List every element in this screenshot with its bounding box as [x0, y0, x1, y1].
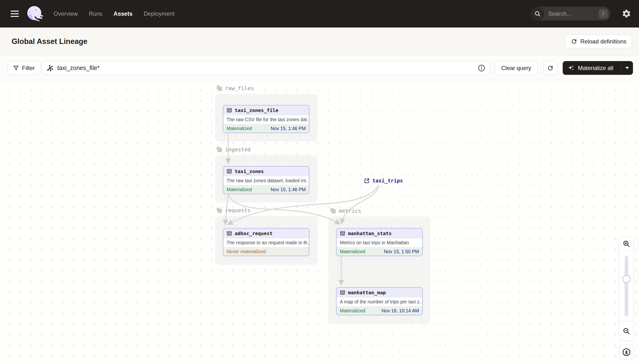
nav-item-overview[interactable]: Overview — [54, 10, 78, 17]
asset-group-icon — [216, 207, 222, 214]
settings-gear-icon[interactable] — [621, 9, 631, 18]
zoom-in-button[interactable] — [619, 237, 634, 251]
filter-funnel-icon — [13, 65, 19, 71]
asset-description: The response to an request made in th... — [223, 238, 309, 247]
asset-group-icon — [216, 146, 222, 153]
refresh-graph-button[interactable] — [543, 61, 557, 75]
asset-name: adhoc_request — [235, 230, 273, 236]
page-header: Global Asset Lineage Reload definitions — [0, 28, 639, 56]
filter-label: Filter — [22, 65, 35, 72]
search-shortcut-badge: / — [599, 9, 608, 18]
group-label-raw-files[interactable]: raw_files — [216, 85, 254, 92]
download-icon — [622, 348, 631, 357]
external-link-icon — [364, 178, 370, 184]
asset-selection-query[interactable] — [57, 64, 477, 72]
zoom-out-button[interactable] — [619, 321, 634, 340]
nav-item-runs[interactable]: Runs — [89, 10, 102, 17]
asset-node-taxi-zones-file[interactable]: taxi_zones_file The raw CSV file for the… — [223, 105, 309, 133]
group-label-metrics[interactable]: metrics — [330, 208, 361, 214]
asset-node-manhattan-stats[interactable]: manhattan_stats Metrics on taxi trips in… — [336, 228, 423, 256]
status-badge: Materialized — [340, 308, 365, 314]
group-label-ingested[interactable]: ingested — [216, 146, 251, 153]
table-icon — [227, 108, 232, 113]
status-badge: Never materialized — [227, 249, 266, 254]
global-search[interactable]: / — [530, 7, 610, 20]
query-info-icon[interactable] — [477, 64, 486, 72]
table-icon — [340, 290, 345, 295]
zoom-in-icon — [622, 240, 630, 248]
primary-nav: Overview Runs Assets Deployment — [54, 10, 175, 17]
hamburger-menu-icon[interactable] — [11, 10, 19, 17]
materialization-timestamp: Nov 15, 1:46 PM — [271, 187, 306, 192]
lineage-toolbar: Filter — [0, 56, 639, 80]
materialize-dropdown-toggle[interactable] — [621, 61, 633, 75]
asset-description: A map of the number of trips per taxi z.… — [337, 298, 422, 306]
asset-node-manhattan-map[interactable]: manhattan_map A map of the number of tri… — [336, 287, 423, 315]
search-icon — [530, 7, 544, 20]
dagster-logo[interactable] — [26, 5, 44, 23]
refresh-icon — [571, 38, 577, 45]
zoom-control — [619, 237, 634, 341]
asset-node-adhoc-request[interactable]: adhoc_request The response to an request… — [223, 228, 309, 256]
zoom-slider[interactable] — [619, 251, 634, 321]
refresh-icon — [547, 65, 554, 72]
lineage-canvas[interactable]: raw_files ingested requests metrics — [0, 80, 639, 364]
external-asset-taxi-trips[interactable]: taxi_trips — [364, 178, 403, 184]
zoom-slider-track — [625, 256, 628, 316]
zoom-slider-handle[interactable] — [622, 275, 630, 283]
asset-node-taxi-zones[interactable]: taxi_zones The raw taxi zones dataset, l… — [223, 166, 309, 194]
clear-query-label: Clear query — [501, 65, 531, 72]
materialization-timestamp: Nov 15, 1:46 PM — [271, 126, 306, 131]
top-navigation-bar: Overview Runs Assets Deployment / — [0, 0, 639, 28]
asset-name: taxi_zones — [235, 168, 264, 174]
asset-group-icon — [330, 208, 336, 214]
asset-description: Metrics on taxi trips in Manhattan — [337, 238, 422, 247]
status-badge: Materialized — [340, 249, 365, 254]
materialize-all-button[interactable]: Materialize all — [563, 61, 633, 75]
asset-description: The raw taxi zones dataset, loaded int..… — [223, 176, 309, 185]
group-name: raw_files — [225, 85, 254, 91]
asset-description: The raw CSV file for the taxi zones dat.… — [223, 115, 309, 124]
asset-selection-input[interactable] — [42, 61, 490, 75]
zoom-out-icon — [622, 327, 630, 335]
lineage-edges — [0, 80, 639, 364]
asset-name: taxi_zones_file — [235, 108, 278, 113]
group-name: ingested — [225, 146, 251, 152]
table-icon — [340, 230, 345, 236]
materialize-all-label: Materialize all — [578, 65, 613, 72]
clear-query-button[interactable]: Clear query — [495, 61, 537, 75]
group-name: metrics — [339, 208, 361, 214]
asset-name: manhattan_stats — [348, 230, 392, 236]
page-title: Global Asset Lineage — [12, 37, 88, 46]
status-badge: Materialized — [227, 126, 252, 131]
table-icon — [227, 168, 232, 174]
sparkles-icon — [567, 64, 575, 72]
search-input[interactable] — [548, 10, 589, 18]
external-asset-name: taxi_trips — [372, 178, 403, 184]
status-badge: Materialized — [227, 187, 252, 192]
reload-definitions-label: Reload definitions — [580, 38, 626, 45]
materialization-timestamp: Nov 15, 1:50 PM — [384, 249, 419, 254]
table-icon — [227, 230, 232, 236]
chevron-down-icon — [625, 67, 629, 69]
nav-item-assets[interactable]: Assets — [114, 10, 133, 17]
download-graph-button[interactable] — [619, 345, 634, 360]
nav-item-deployment[interactable]: Deployment — [144, 10, 175, 17]
asset-group-icon — [216, 85, 222, 92]
materialization-timestamp: Nov 16, 10:14 AM — [382, 308, 419, 314]
group-name: requests — [225, 207, 251, 214]
filter-button[interactable]: Filter — [7, 61, 40, 75]
group-label-requests[interactable]: requests — [216, 207, 251, 214]
asset-name: manhattan_map — [348, 290, 386, 296]
reload-definitions-button[interactable]: Reload definitions — [565, 34, 632, 48]
asset-graph-query-icon — [46, 64, 53, 72]
